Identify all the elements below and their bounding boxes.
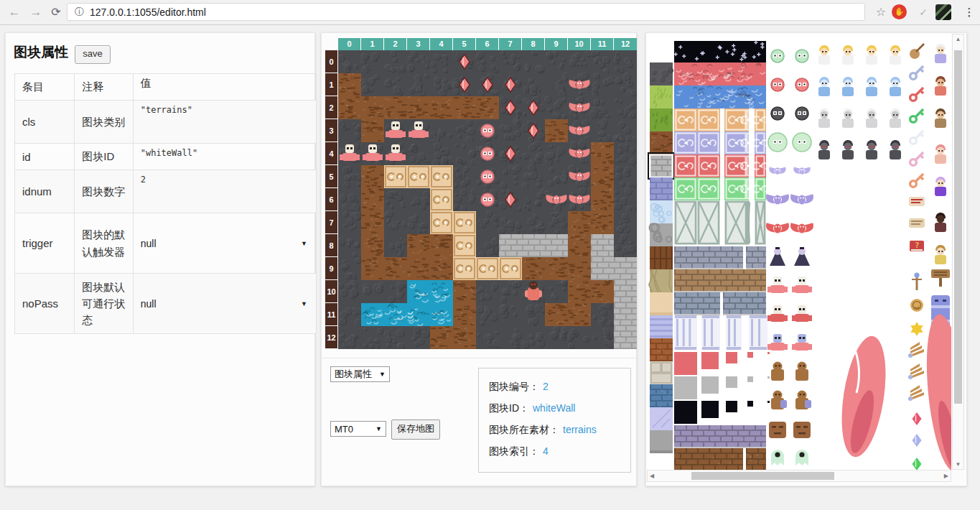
- extension-check-icon[interactable]: ✓: [915, 4, 932, 21]
- tile-properties-panel: 图块属性 save 条目注释值cls图块类别"terrains"id图块ID"w…: [5, 32, 315, 486]
- scroll-left-icon[interactable]: ◀: [650, 473, 654, 479]
- map-row-ruler: 0123456789101112: [325, 50, 337, 349]
- save-map-button[interactable]: 保存地图: [391, 419, 440, 440]
- col-ruler-label: 10: [568, 38, 591, 50]
- save-button[interactable]: save: [75, 45, 111, 64]
- info-label: 图块编号：: [489, 381, 539, 392]
- browser-menu-icon[interactable]: ⋮: [961, 4, 978, 21]
- info-label: 图块所在素材：: [489, 424, 559, 435]
- browser-toolbar: ← → ⟳ ⓘ 127.0.0.1:1055/editor.html ☆ ✋ ✓…: [0, 0, 980, 25]
- col-ruler-label: 2: [384, 38, 407, 50]
- ruler-corner: [325, 38, 337, 50]
- forward-icon[interactable]: →: [27, 4, 45, 21]
- prop-comment: 图块ID: [75, 144, 133, 170]
- tile-info-line: 图块ID：whiteWall: [489, 397, 620, 419]
- prop-comment: 图块默认可通行状态: [75, 274, 133, 334]
- table-row: idnum图块数字2: [15, 170, 317, 213]
- table-row: cls图块类别"terrains": [15, 101, 317, 144]
- address-bar[interactable]: ⓘ 127.0.0.1:1055/editor.html: [67, 3, 865, 21]
- horizontal-scrollbar[interactable]: ◀ ▶: [647, 470, 951, 482]
- page-info-icon[interactable]: ⓘ: [75, 6, 84, 19]
- col-ruler-label: 4: [430, 38, 453, 50]
- map-column-ruler: 0123456789101112: [338, 38, 637, 50]
- row-ruler-label: 2: [325, 96, 337, 119]
- row-ruler-label: 12: [325, 326, 337, 349]
- prop-value: "whiteWall": [141, 147, 309, 158]
- chevron-down-icon: ▼: [301, 300, 307, 307]
- table-header: 条目: [15, 74, 75, 101]
- info-label: 图块ID：: [489, 402, 529, 414]
- col-ruler-label: 7: [499, 38, 522, 50]
- prop-value-select[interactable]: null▼: [141, 238, 309, 249]
- col-ruler-label: 6: [476, 38, 499, 50]
- reload-icon[interactable]: ⟳: [47, 4, 65, 21]
- panel-title: 图块属性: [14, 43, 68, 62]
- extension-hand-icon[interactable]: ✋: [892, 4, 907, 19]
- row-ruler-label: 10: [325, 280, 337, 303]
- floor-select[interactable]: MT0▼: [330, 421, 386, 437]
- table-row: id图块ID"whiteWall": [15, 144, 317, 170]
- scroll-up-icon[interactable]: ▲: [953, 36, 963, 42]
- map-panel: 0123456789101112 0123456789101112 图块属性▼ …: [321, 32, 637, 486]
- row-ruler-label: 11: [325, 303, 337, 326]
- prop-value-select[interactable]: null▼: [141, 298, 309, 310]
- chevron-down-icon: ▼: [379, 371, 386, 378]
- prop-key: noPass: [15, 274, 75, 334]
- info-label: 图块索引：: [489, 445, 539, 457]
- map-controls: 图块属性▼ MT0▼ 保存地图 图块编号：2图块ID：whiteWall图块所在…: [322, 358, 636, 486]
- prop-key: cls: [15, 101, 75, 144]
- tileset-panel: ▲ ▼ ◀ ▶: [645, 32, 967, 486]
- col-ruler-label: 12: [614, 38, 637, 50]
- vertical-scrollbar[interactable]: ▲ ▼: [952, 34, 964, 470]
- col-ruler-label: 0: [338, 38, 361, 50]
- prop-value: "terrains": [141, 103, 309, 115]
- col-ruler-label: 1: [361, 38, 384, 50]
- row-ruler-label: 8: [325, 234, 337, 257]
- url-text[interactable]: 127.0.0.1:1055/editor.html: [90, 6, 206, 18]
- row-ruler-label: 3: [325, 119, 337, 142]
- col-ruler-label: 5: [453, 38, 476, 50]
- col-ruler-label: 11: [591, 38, 614, 50]
- info-value: terrains: [563, 424, 597, 435]
- row-ruler-label: 9: [325, 257, 337, 280]
- prop-comment: 图块类别: [75, 101, 133, 144]
- row-ruler-label: 5: [325, 165, 337, 188]
- chevron-down-icon: ▼: [375, 425, 382, 432]
- info-value: 4: [543, 445, 549, 457]
- back-icon[interactable]: ←: [6, 4, 23, 21]
- row-ruler-label: 6: [325, 188, 337, 211]
- prop-key: id: [15, 144, 75, 170]
- scroll-down-icon[interactable]: ▼: [953, 461, 963, 468]
- tile-info-box: 图块编号：2图块ID：whiteWall图块所在素材：terrains图块索引：…: [478, 368, 631, 473]
- row-ruler-label: 0: [325, 50, 337, 73]
- tile-info-line: 图块所在素材：terrains: [489, 419, 620, 440]
- table-header: 值: [133, 74, 316, 101]
- avatar[interactable]: [935, 4, 951, 20]
- col-ruler-label: 9: [545, 38, 568, 50]
- scroll-right-icon[interactable]: ▶: [944, 473, 948, 479]
- row-ruler-label: 7: [325, 211, 337, 234]
- row-ruler-label: 4: [325, 142, 337, 165]
- tile-info-line: 图块索引：4: [489, 440, 620, 462]
- chevron-down-icon: ▼: [301, 240, 307, 247]
- table-row: trigger图块的默认触发器null▼: [15, 213, 317, 274]
- col-ruler-label: 8: [522, 38, 545, 50]
- prop-key: idnum: [15, 170, 75, 213]
- row-ruler-label: 1: [325, 73, 337, 96]
- prop-comment: 图块数字: [75, 170, 133, 213]
- scrollbar-corner: [952, 470, 964, 482]
- properties-table: 条目注释值cls图块类别"terrains"id图块ID"whiteWall"i…: [14, 73, 317, 334]
- prop-value: 2: [141, 173, 309, 185]
- prop-key: trigger: [15, 213, 75, 274]
- bookmark-star-icon[interactable]: ☆: [872, 4, 890, 21]
- horizontal-scroll-thumb[interactable]: [691, 472, 834, 480]
- tile-info-line: 图块编号：2: [489, 376, 620, 397]
- col-ruler-label: 3: [407, 38, 430, 50]
- prop-comment: 图块的默认触发器: [75, 213, 133, 274]
- map-canvas[interactable]: [338, 50, 637, 349]
- info-value: 2: [543, 381, 549, 392]
- tileset-canvas[interactable]: [647, 34, 951, 470]
- vertical-scroll-thumb[interactable]: [954, 50, 962, 404]
- info-value: whiteWall: [533, 402, 575, 414]
- edit-mode-select[interactable]: 图块属性▼: [330, 366, 390, 382]
